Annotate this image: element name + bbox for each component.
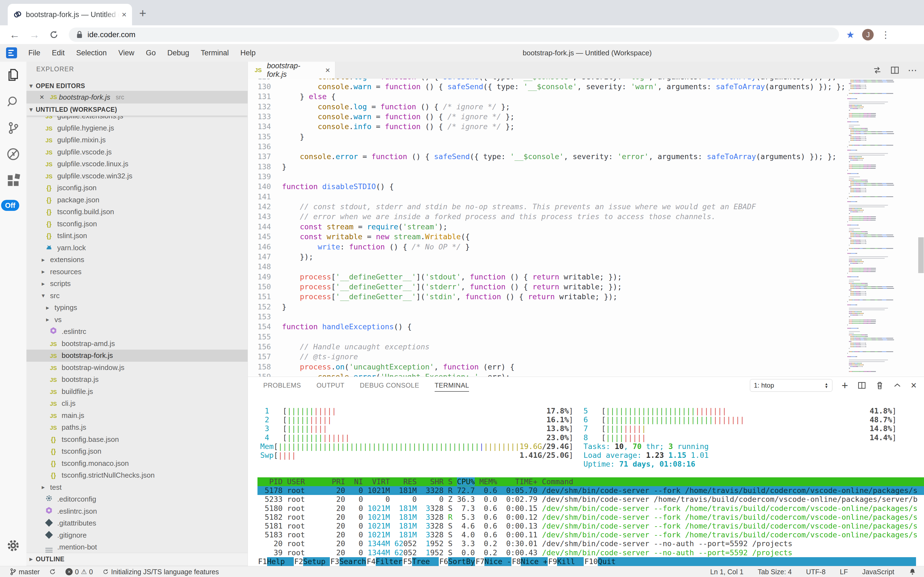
tree-item[interactable]: JSbootstrap-fork.js — [26, 350, 247, 362]
menu-view[interactable]: View — [112, 49, 140, 57]
menu-debug[interactable]: Debug — [161, 49, 195, 57]
tree-item[interactable]: {}tslint.json — [26, 230, 247, 242]
tree-item[interactable]: JSbootstrap-window.js — [26, 362, 247, 374]
sync-item[interactable] — [49, 568, 56, 575]
fkey-f8[interactable]: F8 — [511, 557, 521, 566]
tree-folder[interactable]: ▾src — [26, 290, 247, 302]
url-bar[interactable]: ide.coder.com — [69, 27, 839, 42]
minimap[interactable] — [847, 80, 917, 376]
fkey-f9[interactable]: F9 — [548, 557, 557, 566]
tree-folder[interactable]: ▸extensions — [26, 254, 247, 266]
browser-tab[interactable]: bootstrap-fork.js — Untitled (W × — [8, 4, 132, 25]
tree-folder[interactable]: ▸scripts — [26, 278, 247, 290]
terminal-select[interactable]: 1: htop ▲▼ — [750, 379, 832, 392]
tree-folder[interactable]: ▸vs — [26, 314, 247, 326]
extensions-icon[interactable] — [6, 173, 20, 188]
process-row[interactable]: 5182 root 20 0 1021M 181M 3328 R 5.3 0.6… — [257, 513, 924, 522]
fkey-f6[interactable]: F6 — [439, 557, 448, 566]
tree-item[interactable]: {}package.json — [26, 194, 247, 206]
menu-go[interactable]: Go — [140, 49, 161, 57]
tree-item[interactable]: JSgulpfile.extensions.js — [26, 116, 247, 122]
workspace-header[interactable]: ▾ UNTITLED (WORKSPACE) — [26, 103, 247, 116]
process-row[interactable]: 20 root 20 0 1344M 62052 1952 S 3.3 0.2 … — [257, 539, 924, 548]
status-language-mode[interactable]: JavaScript — [862, 568, 894, 576]
status-tab-size[interactable]: Tab Size: 4 — [758, 568, 792, 576]
process-row[interactable]: 5178 root 20 0 1021M 181M 3328 R 72.7 0.… — [257, 486, 924, 495]
tree-item[interactable]: yarn.lock — [26, 242, 247, 254]
menu-file[interactable]: File — [22, 49, 46, 57]
status-eol[interactable]: LF — [840, 568, 848, 576]
tree-item[interactable]: {}tsconfig.json — [26, 445, 247, 458]
tree-item[interactable]: {}tsconfig.json — [26, 218, 247, 230]
git-branch-item[interactable]: master — [10, 568, 40, 576]
close-icon[interactable]: × — [40, 93, 44, 102]
debug-disabled-icon[interactable] — [6, 147, 20, 161]
process-row[interactable]: 39 root 20 0 1344M 62052 1952 S 0.0 0.2 … — [257, 548, 924, 557]
process-row[interactable]: 5183 root 20 0 1021M 181M 3328 S 4.0 0.6… — [257, 530, 924, 539]
offline-badge[interactable]: Off — [1, 200, 19, 211]
tree-item[interactable]: {}tsconfig.strictNullChecks.json — [26, 469, 247, 482]
bookmark-star-icon[interactable]: ★ — [846, 29, 854, 40]
tree-item[interactable]: {}tsconfig.monaco.json — [26, 458, 247, 470]
new-tab-button[interactable]: + — [139, 7, 146, 19]
tab-close-icon[interactable]: × — [122, 10, 127, 19]
browser-menu-icon[interactable]: ⋮ — [881, 29, 890, 40]
menu-edit[interactable]: Edit — [46, 49, 71, 57]
tree-item[interactable]: JSbootstrap.js — [26, 374, 247, 386]
maximize-panel-icon[interactable] — [893, 381, 902, 390]
split-editor-icon[interactable] — [890, 66, 900, 75]
tree-item[interactable]: JSgulpfile.vscode.js — [26, 146, 247, 158]
close-panel-icon[interactable]: × — [911, 380, 917, 391]
search-icon[interactable] — [6, 94, 20, 108]
tree-item[interactable]: .eslintrc.json — [26, 505, 247, 517]
fkey-f2[interactable]: F2 — [294, 557, 304, 566]
panel-tab-problems[interactable]: PROBLEMS — [263, 377, 301, 394]
close-icon[interactable]: × — [325, 66, 330, 75]
split-terminal-icon[interactable] — [857, 381, 866, 390]
explorer-icon[interactable] — [6, 68, 20, 82]
back-icon[interactable]: ← — [10, 29, 20, 41]
fkey-f5[interactable]: F5 — [402, 557, 412, 566]
tree-item[interactable]: JSgulpfile.mixin.js — [26, 134, 247, 146]
process-row[interactable]: 5233 root 20 0 0 0 0 Z 36.3 0.0 0:02.79 … — [257, 495, 924, 504]
tree-item[interactable]: .gitattributes — [26, 517, 247, 529]
avatar[interactable]: J — [862, 29, 874, 40]
fkey-f7[interactable]: F7 — [475, 557, 485, 566]
settings-gear-icon[interactable] — [6, 538, 20, 553]
editor-tab[interactable]: JS bootstrap-fork.js × — [248, 62, 335, 79]
problems-item[interactable]: × 0 ⚠ 0 — [66, 568, 93, 576]
more-actions-icon[interactable]: ⋯ — [908, 65, 917, 76]
panel-tab-terminal[interactable]: TERMINAL — [435, 377, 469, 394]
menu-help[interactable]: Help — [235, 49, 262, 57]
kill-terminal-icon[interactable] — [876, 381, 884, 390]
forward-icon[interactable]: → — [29, 29, 40, 41]
bell-icon[interactable] — [909, 568, 916, 575]
tree-folder[interactable]: ▸typings — [26, 302, 247, 314]
open-editor-item[interactable]: × JS bootstrap-fork.js src — [26, 91, 247, 103]
coder-logo-icon[interactable] — [6, 47, 17, 58]
tree-item[interactable]: {}tsconfig.build.json — [26, 206, 247, 218]
tree-item[interactable]: .gitignore — [26, 529, 247, 542]
source-control-icon[interactable] — [6, 121, 20, 135]
open-editors-header[interactable]: ▾ OPEN EDITORS — [26, 80, 247, 92]
panel-tab-output[interactable]: OUTPUT — [317, 377, 344, 394]
tree-item[interactable]: .mention-bot — [26, 541, 247, 553]
tree-item[interactable]: JSmain.js — [26, 409, 247, 422]
outline-header[interactable]: ▸ OUTLINE — [26, 553, 247, 565]
tree-item[interactable]: {}tsconfig.base.json — [26, 434, 247, 446]
tree-folder[interactable]: ▸test — [26, 482, 247, 493]
process-row[interactable]: 5180 root 20 0 1021M 181M 3328 S 7.3 0.6… — [257, 504, 924, 513]
fkey-f4[interactable]: F4 — [366, 557, 376, 566]
fkey-f1[interactable]: F1 — [257, 557, 267, 566]
code-editor[interactable]: 129 console.log = function () { safeSend… — [248, 79, 847, 377]
tree-item[interactable]: JSbootstrap-amd.js — [26, 338, 247, 350]
menu-terminal[interactable]: Terminal — [195, 49, 235, 57]
panel-tab-debug-console[interactable]: DEBUG CONSOLE — [360, 377, 419, 394]
language-status-item[interactable]: Initializing JS/TS language features — [102, 568, 219, 576]
open-changes-icon[interactable] — [873, 66, 882, 75]
tree-item[interactable]: {}jsconfig.json — [26, 182, 247, 194]
tree-folder[interactable]: ▸resources — [26, 266, 247, 278]
status-cursor-position[interactable]: Ln 1, Col 1 — [710, 568, 744, 576]
menu-selection[interactable]: Selection — [71, 49, 112, 57]
editor-scrollbar[interactable] — [918, 237, 924, 273]
